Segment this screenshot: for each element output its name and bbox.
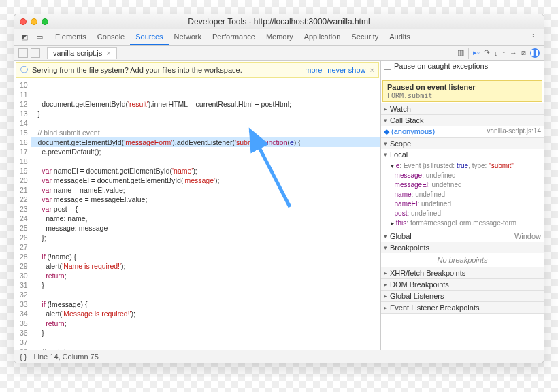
- infobar-text: Serving from the file system? Add your f…: [32, 66, 242, 74]
- code-line[interactable]: }: [31, 109, 380, 118]
- file-tab[interactable]: vanilla-script.js ×: [47, 47, 117, 59]
- tab-audits[interactable]: Audits: [384, 30, 416, 45]
- code-line[interactable]: [31, 242, 380, 252]
- sources-subbar: vanilla-script.js × ▥ ▸◦ ↷ ↓ ↑ → ⧄ ❚❚: [14, 46, 544, 61]
- pause-label: Pause on caught exceptions: [394, 62, 488, 70]
- xhr-breakpoints-section[interactable]: XHR/fetch Breakpoints: [381, 267, 544, 279]
- inspect-icon[interactable]: ◩: [20, 33, 29, 42]
- scope-variable[interactable]: name: undefined: [391, 190, 540, 199]
- no-breakpoints-text: No breakpoints: [381, 253, 544, 267]
- titlebar: Developer Tools - http://localhost:3000/…: [14, 14, 544, 29]
- breakpoints-section[interactable]: Breakpoints No breakpoints: [381, 242, 544, 267]
- code-line[interactable]: if (!message) {: [31, 299, 380, 309]
- scope-variable[interactable]: ▸ this: form#messageForm.message-form: [391, 218, 540, 228]
- code-line[interactable]: name: name,: [31, 214, 380, 223]
- tab-security[interactable]: Security: [346, 30, 384, 45]
- code-line[interactable]: [31, 118, 380, 128]
- code-line[interactable]: return;: [31, 271, 380, 280]
- code-line[interactable]: message: message: [31, 223, 380, 233]
- window-title: Developer Tools - http://localhost:3000/…: [14, 17, 544, 27]
- code-line[interactable]: return;: [31, 318, 380, 328]
- info-icon: ⓘ: [20, 65, 28, 75]
- code-line[interactable]: // bind submit event: [31, 128, 380, 137]
- callstack-frame[interactable]: ◆ (anonymous) vanilla-script.js:14: [381, 126, 544, 137]
- tab-application[interactable]: Application: [299, 30, 346, 45]
- pause-on-exceptions-checkbox[interactable]: Pause on caught exceptions: [381, 61, 544, 71]
- dom-breakpoints-section[interactable]: DOM Breakpoints: [381, 279, 544, 291]
- paused-detail: FORM.submit: [387, 92, 432, 99]
- step-over-icon[interactable]: ↷: [484, 48, 490, 57]
- panel-tabs: ElementsConsoleSourcesNetworkPerformance…: [50, 30, 416, 45]
- navigator-toggle-icon[interactable]: [18, 48, 28, 58]
- main-toolbar: ◩ ▭ ElementsConsoleSourcesNetworkPerform…: [14, 29, 544, 46]
- deactivate-bp-icon[interactable]: ⧄: [521, 48, 526, 57]
- scope-variable[interactable]: messageEl: undefined: [391, 180, 540, 190]
- code-line[interactable]: document.getElementById('result').innerH…: [31, 99, 380, 109]
- tab-network[interactable]: Network: [169, 30, 207, 45]
- navigator-toggle2-icon[interactable]: [31, 48, 40, 58]
- devtools-window: Developer Tools - http://localhost:3000/…: [14, 14, 544, 363]
- statusbar: { } Line 14, Column 75: [14, 350, 544, 363]
- tab-console[interactable]: Console: [92, 30, 130, 45]
- code-line[interactable]: [31, 290, 380, 299]
- watch-section[interactable]: Watch: [381, 103, 544, 115]
- scope-variable[interactable]: ▾ e: Event {isTrusted: true, type: "subm…: [391, 161, 540, 171]
- code-line[interactable]: alert('Name is required!');: [31, 261, 380, 271]
- code-line[interactable]: alert('Message is required!');: [31, 309, 380, 318]
- code-editor[interactable]: 1011121314151617181920212223242526272829…: [14, 79, 380, 350]
- code-line[interactable]: var name = nameEl.value;: [31, 185, 380, 195]
- file-tab-label: vanilla-script.js: [53, 49, 102, 57]
- event-listener-bp-section[interactable]: Event Listener Breakpoints: [381, 302, 544, 314]
- step-into-icon[interactable]: ↓: [494, 49, 498, 57]
- infobar-close-icon[interactable]: ×: [370, 66, 374, 74]
- paused-banner: Paused on event listener FORM.submit: [382, 80, 542, 102]
- global-listeners-section[interactable]: Global Listeners: [381, 291, 544, 302]
- pause-icon[interactable]: ❚❚: [530, 48, 540, 58]
- debugger-sidebar: Paused on event listener FORM.submit Wat…: [380, 79, 544, 350]
- callstack-section[interactable]: Call Stack ◆ (anonymous) vanilla-script.…: [381, 115, 544, 138]
- code-line[interactable]: var message = messageEl.value;: [31, 195, 380, 204]
- scope-section[interactable]: Scope Local ▾ e: Event {isTrusted: true,…: [381, 138, 544, 242]
- resume-icon[interactable]: ▸◦: [473, 48, 480, 57]
- show-navigator-icon[interactable]: ▥: [457, 48, 464, 57]
- tab-sources[interactable]: Sources: [130, 30, 168, 45]
- step-icon[interactable]: →: [510, 49, 517, 57]
- code-line[interactable]: document.getElementById('messageForm').a…: [31, 137, 380, 147]
- tab-memory[interactable]: Memory: [261, 30, 299, 45]
- code-line[interactable]: }: [31, 280, 380, 290]
- tab-performance[interactable]: Performance: [207, 30, 261, 45]
- code-line[interactable]: [31, 157, 380, 166]
- code-line[interactable]: var messageEl = document.getElementById(…: [31, 176, 380, 185]
- code-line[interactable]: // update posts: [31, 347, 380, 350]
- settings-icon[interactable]: ⋮: [529, 33, 537, 42]
- prettyprint-icon[interactable]: { }: [20, 353, 27, 361]
- code-line[interactable]: };: [31, 233, 380, 242]
- scope-variable[interactable]: post: undefined: [391, 209, 540, 218]
- scope-variable[interactable]: nameEl: undefined: [391, 199, 540, 209]
- infobar-nevershow-link[interactable]: never show: [327, 66, 365, 74]
- cursor-position: Line 14, Column 75: [33, 353, 98, 361]
- code-line[interactable]: [31, 338, 380, 347]
- code-line[interactable]: var post = {: [31, 204, 380, 214]
- scope-variable[interactable]: message: undefined: [391, 171, 540, 180]
- infobar-more-link[interactable]: more: [305, 66, 322, 74]
- code-line[interactable]: var nameEl = document.getElementById('na…: [31, 166, 380, 176]
- step-out-icon[interactable]: ↑: [502, 49, 506, 57]
- code-line[interactable]: e.preventDefault();: [31, 147, 380, 157]
- tab-elements[interactable]: Elements: [50, 30, 92, 45]
- code-line[interactable]: if (!name) {: [31, 252, 380, 261]
- infobar: ⓘ Serving from the file system? Add your…: [16, 62, 379, 78]
- code-line[interactable]: }: [31, 328, 380, 338]
- paused-title: Paused on event listener: [387, 83, 476, 91]
- close-tab-icon[interactable]: ×: [106, 49, 110, 57]
- device-icon[interactable]: ▭: [35, 33, 44, 42]
